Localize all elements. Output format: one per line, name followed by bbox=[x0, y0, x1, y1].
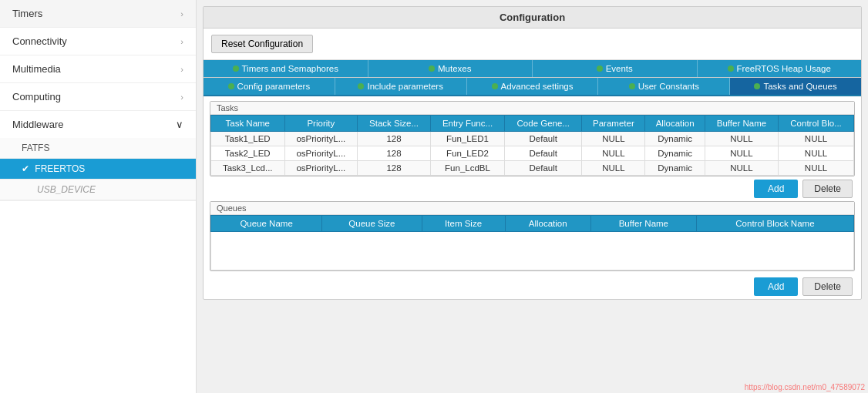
tab-include-params[interactable]: Include parameters bbox=[335, 78, 467, 95]
table-cell: Dynamic bbox=[645, 132, 705, 146]
tab-mutexes[interactable]: Mutexes bbox=[368, 60, 533, 77]
tab-dot-icon bbox=[728, 66, 734, 72]
table-cell: NULL bbox=[705, 161, 778, 176]
tab-label: Timers and Semaphores bbox=[242, 64, 339, 73]
col-queue-size: Queue Size bbox=[322, 216, 422, 232]
col-allocation: Allocation bbox=[645, 116, 705, 132]
tab-tasks-queues[interactable]: Tasks and Queues bbox=[730, 78, 861, 95]
table-cell: NULL bbox=[779, 132, 854, 146]
tab-label: FreeRTOS Heap Usage bbox=[737, 64, 831, 73]
table-cell: Fun_LED2 bbox=[430, 146, 504, 161]
table-cell: Default bbox=[505, 146, 582, 161]
table-cell: Fun_LED1 bbox=[430, 132, 504, 146]
tasks-table: Task Name Priority Stack Size... Entry F… bbox=[210, 115, 854, 176]
col-control-block: Control Blo... bbox=[779, 116, 854, 132]
sidebar: Timers › Connectivity › Multimedia › Com… bbox=[0, 0, 197, 393]
tab-timers-semaphores[interactable]: Timers and Semaphores bbox=[204, 60, 368, 77]
sidebar-item-fatfs[interactable]: FATFS bbox=[0, 138, 196, 159]
queues-table: Queue Name Queue Size Item Size Allocati… bbox=[210, 215, 854, 270]
sidebar-item-usb-device[interactable]: USB_DEVICE bbox=[0, 180, 196, 200]
chevron-icon: › bbox=[180, 92, 183, 102]
check-icon: ✔ bbox=[22, 163, 29, 174]
tab-dot-icon bbox=[358, 83, 364, 89]
table-cell: osPriorityL... bbox=[284, 146, 358, 161]
sidebar-item-label: USB_DEVICE bbox=[37, 184, 96, 195]
main-content: Configuration Reset Configuration Timers… bbox=[197, 0, 868, 393]
col-control-block-name: Control Block Name bbox=[696, 216, 853, 232]
sidebar-item-multimedia[interactable]: Multimedia › bbox=[0, 55, 196, 83]
table-cell: NULL bbox=[779, 161, 854, 176]
col-code-gen: Code Gene... bbox=[505, 116, 582, 132]
col-allocation: Allocation bbox=[505, 216, 590, 232]
middleware-items-list: FATFS ✔ FREERTOS USB_DEVICE bbox=[0, 138, 196, 200]
table-cell: Task2_LED bbox=[211, 146, 285, 161]
tab-events[interactable]: Events bbox=[533, 60, 698, 77]
table-cell: Dynamic bbox=[645, 146, 705, 161]
tasks-add-button[interactable]: Add bbox=[754, 180, 798, 198]
tab-label: Config parameters bbox=[237, 82, 311, 91]
col-entry-func: Entry Func... bbox=[430, 116, 504, 132]
reset-config-button[interactable]: Reset Configuration bbox=[211, 35, 313, 53]
chevron-icon: › bbox=[180, 65, 183, 74]
table-row[interactable]: Task2_LEDosPriorityL...128Fun_LED2Defaul… bbox=[211, 146, 854, 161]
col-queue-name: Queue Name bbox=[211, 216, 322, 232]
table-cell: 128 bbox=[358, 132, 431, 146]
sidebar-item-computing[interactable]: Computing › bbox=[0, 83, 196, 111]
sidebar-item-label: Multimedia bbox=[12, 63, 61, 75]
table-cell: NULL bbox=[582, 146, 645, 161]
table-cell: NULL bbox=[705, 132, 778, 146]
col-parameter: Parameter bbox=[582, 116, 645, 132]
table-row[interactable]: Task1_LEDosPriorityL...128Fun_LED1Defaul… bbox=[211, 132, 854, 146]
table-cell: Fun_LcdBL bbox=[430, 161, 504, 176]
tab-advanced-settings[interactable]: Advanced settings bbox=[467, 78, 599, 95]
table-cell: osPriorityL... bbox=[284, 161, 358, 176]
table-cell: Default bbox=[505, 161, 582, 176]
config-title: Configuration bbox=[204, 7, 861, 29]
watermark: https://blog.csdn.net/m0_47589072 bbox=[742, 381, 868, 393]
tab-label: Mutexes bbox=[438, 64, 471, 73]
sidebar-item-label: Computing bbox=[12, 91, 61, 102]
tab-dot-icon bbox=[429, 66, 435, 72]
col-item-size: Item Size bbox=[422, 216, 505, 232]
tab-dot-icon bbox=[754, 83, 760, 89]
table-cell: 128 bbox=[358, 146, 431, 161]
sidebar-middleware-section: Middleware ∨ FATFS ✔ FREERTOS USB_DEVICE bbox=[0, 111, 196, 201]
queues-section: Queues Queue Name Queue Size Item Size A… bbox=[210, 201, 855, 271]
sidebar-item-timers[interactable]: Timers › bbox=[0, 0, 196, 28]
col-buffer-name: Buffer Name bbox=[590, 216, 696, 232]
queues-add-button[interactable]: Add bbox=[754, 277, 798, 296]
tab-config-params[interactable]: Config parameters bbox=[204, 78, 335, 95]
tab-dot-icon bbox=[492, 83, 498, 89]
sidebar-item-connectivity[interactable]: Connectivity › bbox=[0, 28, 196, 55]
queues-action-row: Add Delete bbox=[204, 274, 861, 299]
tasks-section: Tasks Task Name Priority Stack Size... E… bbox=[210, 101, 855, 176]
sidebar-item-label: Connectivity bbox=[12, 35, 67, 47]
tab-label: User Constants bbox=[638, 82, 699, 91]
tab-freertos-heap[interactable]: FreeRTOS Heap Usage bbox=[698, 60, 862, 77]
table-cell: NULL bbox=[582, 132, 645, 146]
tab-dot-icon bbox=[228, 83, 234, 89]
sidebar-item-label: Timers bbox=[12, 8, 42, 19]
tasks-delete-button[interactable]: Delete bbox=[802, 180, 853, 198]
table-cell: NULL bbox=[779, 146, 854, 161]
table-cell: Default bbox=[505, 132, 582, 146]
table-cell: Task3_Lcd... bbox=[211, 161, 285, 176]
table-cell: NULL bbox=[705, 146, 778, 161]
tab-dot-icon bbox=[597, 66, 603, 72]
tab-dot-icon bbox=[629, 83, 635, 89]
chevron-down-icon: ∨ bbox=[176, 119, 183, 130]
sidebar-item-middleware[interactable]: Middleware ∨ bbox=[0, 111, 196, 138]
tab-label: Events bbox=[606, 64, 633, 73]
tab-label: Advanced settings bbox=[501, 82, 574, 91]
table-cell: Dynamic bbox=[645, 161, 705, 176]
tab-user-constants[interactable]: User Constants bbox=[598, 78, 730, 95]
sidebar-item-label: Middleware bbox=[12, 119, 63, 130]
sidebar-item-freertos[interactable]: ✔ FREERTOS bbox=[0, 159, 196, 180]
table-row[interactable]: Task3_Lcd...osPriorityL...128Fun_LcdBLDe… bbox=[211, 161, 854, 176]
chevron-icon: › bbox=[180, 37, 183, 46]
queues-delete-button[interactable]: Delete bbox=[802, 277, 853, 296]
config-panel: Configuration Reset Configuration Timers… bbox=[203, 6, 862, 300]
tabs-row-2: Config parameters Include parameters Adv… bbox=[204, 78, 861, 96]
col-stack-size: Stack Size... bbox=[358, 116, 431, 132]
config-toolbar: Reset Configuration bbox=[204, 29, 861, 60]
